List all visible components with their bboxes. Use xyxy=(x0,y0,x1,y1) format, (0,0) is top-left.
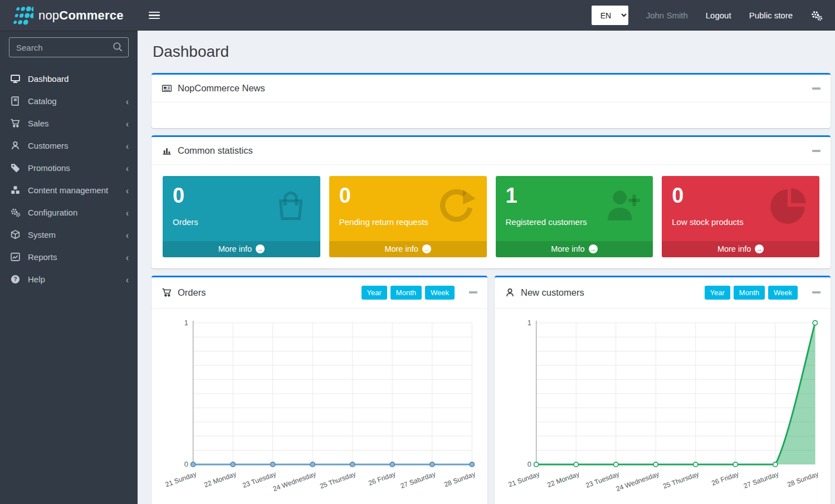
settings-gears-icon[interactable] xyxy=(810,9,823,22)
sidebar-item-dashboard[interactable]: Dashboard xyxy=(0,67,138,90)
chevron-left-icon: ‹ xyxy=(126,229,129,239)
public-store-link[interactable]: Public store xyxy=(749,11,793,20)
panel-title: NopCommerce News xyxy=(178,83,265,94)
svg-text:27 Saturday: 27 Saturday xyxy=(743,470,780,490)
sidebar-item-label: Help xyxy=(28,275,45,284)
month-button[interactable]: Month xyxy=(734,286,765,300)
more-info-link[interactable]: More info → xyxy=(662,241,819,257)
collapse-icon[interactable] xyxy=(812,291,821,293)
more-info-label: More info xyxy=(717,244,751,253)
more-info-link[interactable]: More info → xyxy=(329,241,487,257)
more-info-link[interactable]: More info → xyxy=(163,241,320,257)
week-button[interactable]: Week xyxy=(425,286,455,300)
more-info-label: More info xyxy=(551,244,584,253)
chevron-left-icon: ‹ xyxy=(126,252,129,261)
stat-box-registered-customers: 1 Registered customers More info → xyxy=(496,176,653,257)
week-button[interactable]: Week xyxy=(768,286,798,300)
cart-icon xyxy=(162,287,172,298)
nopcommerce-dots-icon xyxy=(8,4,33,27)
svg-text:21 Sunday: 21 Sunday xyxy=(507,470,541,488)
sidebar-item-system[interactable]: System ‹ xyxy=(0,223,138,246)
svg-text:22 Monday: 22 Monday xyxy=(203,470,237,489)
stat-box-orders: 0 Orders More info → xyxy=(163,176,320,257)
chart-icon xyxy=(10,252,21,262)
sidebar-item-label: Dashboard xyxy=(28,74,69,84)
search-icon[interactable] xyxy=(112,41,124,53)
arrow-circle-right-icon: → xyxy=(755,244,764,253)
sidebar-item-promotions[interactable]: Promotions ‹ xyxy=(0,156,138,179)
common-statistics-panel: Common statistics 0 Orders More info → xyxy=(152,135,831,268)
tag-icon xyxy=(10,163,21,173)
svg-text:1: 1 xyxy=(184,319,188,327)
sidebar-item-label: Configuration xyxy=(28,208,77,217)
sidebar-item-label: System xyxy=(28,230,56,239)
chevron-left-icon: ‹ xyxy=(126,207,129,217)
chevron-left-icon: ‹ xyxy=(126,96,129,105)
arrow-circle-right-icon: → xyxy=(589,244,598,253)
orders-chart-panel: Orders Year Month Week 0121 Sunday22 Mon… xyxy=(152,276,487,504)
new-customers-chart: 0121 Sunday22 Monday23 Tuesday24 Wednesd… xyxy=(495,309,831,504)
svg-text:25 Thursday: 25 Thursday xyxy=(319,470,357,491)
language-select[interactable]: EN xyxy=(592,6,628,25)
help-icon: ? xyxy=(10,274,21,285)
newspaper-icon xyxy=(162,83,172,94)
sidebar-item-configuration[interactable]: Configuration ‹ xyxy=(0,201,138,223)
collapse-icon[interactable] xyxy=(812,87,821,90)
panel-title: Common statistics xyxy=(178,145,253,156)
svg-text:0: 0 xyxy=(528,460,531,468)
sidebar-item-sales[interactable]: Sales ‹ xyxy=(0,112,138,134)
user-name: John Smith xyxy=(646,11,688,20)
year-button[interactable]: Year xyxy=(705,286,730,300)
collapse-icon[interactable] xyxy=(812,150,821,152)
svg-text:24 Wednesday: 24 Wednesday xyxy=(272,470,318,493)
user-icon xyxy=(10,140,21,151)
month-button[interactable]: Month xyxy=(390,286,422,300)
sidebar-item-label: Promotions xyxy=(28,163,70,173)
arrow-circle-right-icon: → xyxy=(256,244,265,253)
brand-logo[interactable]: nopCommerce xyxy=(0,0,138,31)
brand-name-bold: Commerce xyxy=(59,8,123,22)
user-plus-icon xyxy=(603,185,644,226)
sidebar-item-catalog[interactable]: Catalog ‹ xyxy=(0,90,138,112)
rotate-right-icon xyxy=(437,185,478,226)
sidebar-search xyxy=(9,37,129,57)
svg-text:26 Friday: 26 Friday xyxy=(710,470,740,487)
chevron-left-icon: ‹ xyxy=(126,185,129,194)
panel-title: Orders xyxy=(178,287,206,298)
more-info-link[interactable]: More info → xyxy=(496,241,653,257)
sidebar-item-label: Catalog xyxy=(28,96,57,106)
sidebar-item-help[interactable]: ? Help ‹ xyxy=(0,268,138,290)
box-icon xyxy=(10,229,21,240)
svg-text:24 Wednesday: 24 Wednesday xyxy=(615,470,661,493)
sidebar-item-customers[interactable]: Customers ‹ xyxy=(0,134,138,156)
svg-text:25 Thursday: 25 Thursday xyxy=(662,470,700,491)
stat-box-pending-returns: 0 Pending return requests More info → xyxy=(329,176,487,257)
svg-text:1: 1 xyxy=(528,319,531,327)
cart-icon xyxy=(10,118,21,129)
year-button[interactable]: Year xyxy=(362,286,387,300)
user-icon xyxy=(505,287,515,298)
bar-chart-icon xyxy=(162,145,172,156)
sidebar-item-content-management[interactable]: Content management ‹ xyxy=(0,179,138,201)
news-panel-body xyxy=(152,102,831,128)
orders-line-chart: 0121 Sunday22 Monday23 Tuesday24 Wednesd… xyxy=(159,315,480,500)
svg-text:26 Friday: 26 Friday xyxy=(367,470,397,487)
page-title: Dashboard xyxy=(153,43,831,61)
search-input[interactable] xyxy=(9,37,129,57)
sidebar-item-reports[interactable]: Reports ‹ xyxy=(0,246,138,268)
sidebar-item-label: Reports xyxy=(28,252,57,262)
logout-link[interactable]: Logout xyxy=(706,11,731,20)
svg-text:0: 0 xyxy=(184,460,188,468)
orders-chart: 0121 Sunday22 Monday23 Tuesday24 Wednesd… xyxy=(152,309,487,504)
catalog-icon xyxy=(10,96,21,106)
sidebar-item-label: Sales xyxy=(28,119,49,128)
gears-icon xyxy=(10,207,21,218)
dashboard-icon xyxy=(10,74,21,84)
brand-name: nopCommerce xyxy=(38,8,124,23)
more-info-label: More info xyxy=(384,244,418,253)
pie-chart-icon xyxy=(769,185,810,226)
chevron-left-icon: ‹ xyxy=(126,163,129,172)
collapse-icon[interactable] xyxy=(469,291,477,293)
sidebar-toggle-button[interactable] xyxy=(149,12,160,19)
svg-text:?: ? xyxy=(13,276,17,282)
